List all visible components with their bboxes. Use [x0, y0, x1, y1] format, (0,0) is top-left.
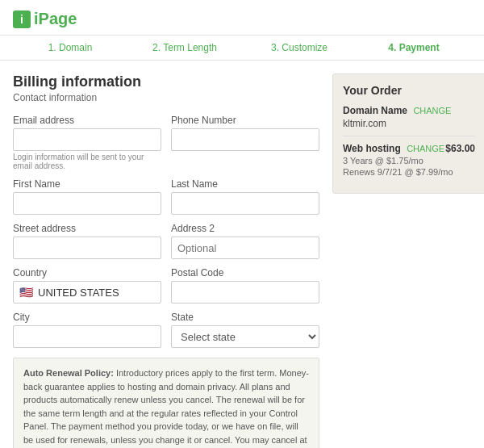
policy-title: Auto Renewal Policy: [23, 368, 114, 378]
policy-box: Auto Renewal Policy: Introductory prices… [13, 358, 319, 448]
address2-group: Address 2 [171, 223, 319, 259]
logo-text-suffix: Page [39, 10, 77, 27]
email-hint: Login information will be sent to your e… [13, 153, 161, 170]
row-name: First Name Last Name [13, 178, 319, 215]
country-label: Country [13, 267, 161, 278]
last-name-label: Last Name [171, 178, 319, 190]
order-hosting-header: Web hosting CHANGE $63.00 [343, 143, 475, 154]
city-group: City [13, 312, 161, 348]
street-input[interactable] [13, 237, 161, 259]
row-city-state: City State Select state [13, 312, 319, 348]
street-group: Street address [13, 223, 161, 259]
order-domain-item: Domain Name CHANGE kltmir.com [343, 105, 475, 129]
billing-title: Billing information [13, 73, 319, 90]
state-select[interactable]: Select state [171, 325, 319, 348]
step-domain[interactable]: 1. Domain [13, 42, 127, 53]
phone-group: Phone Number [171, 115, 319, 170]
order-box: Your Order Domain Name CHANGE kltmir.com… [332, 73, 484, 194]
country-display[interactable]: 🇺🇸 UNITED STATES [13, 281, 161, 304]
postal-input[interactable] [171, 281, 319, 304]
phone-label: Phone Number [171, 115, 319, 126]
row-email-phone: Email address Login information will be … [13, 115, 319, 170]
order-hosting-renewal: Renews 9/7/21 @ $7.99/mo [343, 167, 475, 177]
header: i iPage [0, 0, 484, 36]
policy-body: Introductory prices apply to the first t… [23, 368, 309, 448]
first-name-label: First Name [13, 178, 161, 190]
main-content: Billing information Contact information … [0, 61, 484, 448]
row-address: Street address Address 2 [13, 223, 319, 259]
country-flag: 🇺🇸 [19, 286, 33, 299]
order-divider [343, 136, 475, 136]
email-input[interactable] [13, 128, 161, 151]
first-name-group: First Name [13, 178, 161, 215]
order-domain-value: kltmir.com [343, 118, 475, 129]
billing-subtitle: Contact information [13, 92, 319, 103]
email-label: Email address [13, 115, 161, 126]
address2-input[interactable] [171, 237, 319, 259]
order-domain-change[interactable]: CHANGE [413, 106, 451, 115]
right-column: Your Order Domain Name CHANGE kltmir.com… [332, 73, 484, 448]
postal-group: Postal Code [171, 267, 319, 304]
logo-icon-letter: i [20, 13, 23, 26]
logo-icon: i [13, 10, 31, 28]
state-label: State [171, 312, 319, 323]
order-hosting-desc: 3 Years @ $1.75/mo [343, 156, 475, 165]
logo-text: iPage [34, 10, 77, 28]
order-domain-header: Domain Name CHANGE [343, 105, 475, 116]
email-group: Email address Login information will be … [13, 115, 161, 170]
street-label: Street address [13, 223, 161, 234]
order-title: Your Order [343, 84, 475, 97]
row-country-postal: Country 🇺🇸 UNITED STATES Postal Code [13, 267, 319, 304]
city-label: City [13, 312, 161, 323]
phone-input[interactable] [171, 128, 319, 151]
city-input[interactable] [13, 325, 161, 348]
order-hosting-change[interactable]: CHANGE [407, 144, 444, 153]
country-group: Country 🇺🇸 UNITED STATES [13, 267, 161, 304]
last-name-input[interactable] [171, 192, 319, 215]
last-name-group: Last Name [171, 178, 319, 215]
postal-label: Postal Code [171, 267, 319, 278]
billing-section: Billing information Contact information … [13, 73, 319, 448]
first-name-input[interactable] [13, 192, 161, 215]
step-customize[interactable]: 3. Customize [242, 42, 357, 53]
steps-bar: 1. Domain 2. Term Length 3. Customize 4.… [0, 36, 484, 61]
step-payment[interactable]: 4. Payment [357, 42, 471, 53]
order-hosting-item: Web hosting CHANGE $63.00 3 Years @ $1.7… [343, 143, 475, 177]
country-name: UNITED STATES [38, 287, 119, 299]
left-column: Billing information Contact information … [13, 73, 319, 448]
order-hosting-label: Web hosting [343, 143, 401, 154]
state-group: State Select state [171, 312, 319, 348]
order-domain-label: Domain Name [343, 105, 407, 116]
step-term[interactable]: 2. Term Length [127, 42, 242, 53]
logo: i iPage [13, 10, 471, 28]
order-hosting-price: $63.00 [445, 143, 475, 154]
address2-label: Address 2 [171, 223, 319, 234]
